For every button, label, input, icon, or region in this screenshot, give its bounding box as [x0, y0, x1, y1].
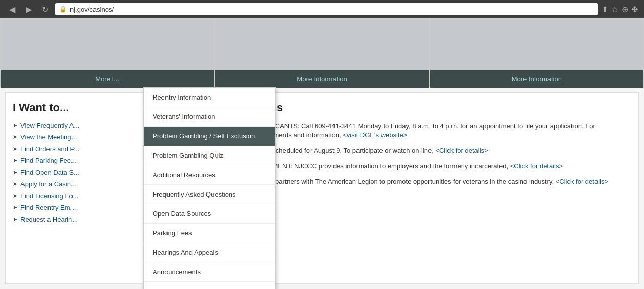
left-panel-title: I Want to...	[13, 101, 140, 114]
topic-public-meeting-link[interactable]: <Click for details>	[435, 147, 488, 154]
dropdown-reentry-information[interactable]: Reentry Information	[144, 88, 275, 107]
card-3: More Information	[430, 18, 644, 87]
dropdown-parking-fees[interactable]: Parking Fees	[144, 224, 275, 243]
arrow-icon: ➤	[13, 122, 17, 129]
cards-row: More I... More Information More Informat…	[0, 18, 644, 87]
lock-icon: 🔒	[59, 6, 67, 13]
card-3-bar[interactable]: More Information	[430, 70, 643, 88]
back-button[interactable]: ◀	[6, 5, 18, 14]
arrow-icon: ➤	[13, 216, 17, 223]
link-request-hearing[interactable]: ➤ Request a Hearin...	[13, 215, 140, 223]
url-text: nj.gov/casinos/	[70, 6, 114, 13]
forward-button[interactable]: ▶	[22, 5, 35, 14]
dropdown-hearings-appeals[interactable]: Hearings And Appeals	[144, 243, 275, 262]
dropdown-2023[interactable]: 2023	[144, 282, 275, 289]
card-2-bar[interactable]: More Information	[215, 70, 428, 88]
link-parking-fees[interactable]: ➤ Find Parking Fee...	[13, 157, 140, 164]
card-3-image	[430, 19, 643, 70]
main-area: I Want to... ➤ View Frequently A... ➤ Vi…	[0, 87, 644, 289]
arrow-icon: ➤	[13, 204, 17, 211]
extension-icon[interactable]: ✤	[631, 5, 638, 14]
link-open-data[interactable]: ➤ Find Open Data S...	[13, 168, 140, 176]
arrow-icon: ➤	[13, 169, 17, 176]
topic-veterans-link[interactable]: <Click for details>	[556, 178, 608, 185]
card-1-image	[1, 19, 214, 70]
link-frequently-asked[interactable]: ➤ View Frequently A...	[13, 122, 140, 129]
link-licensing[interactable]: ➤ Find Licensing Fo...	[13, 192, 140, 200]
profile-icon[interactable]: ⊕	[622, 5, 628, 14]
link-apply-casino[interactable]: ➤ Apply for a Casin...	[13, 180, 140, 188]
topic-reentry-link[interactable]: <Click for details>	[510, 162, 563, 170]
arrow-icon: ➤	[13, 134, 17, 140]
dropdown-problem-gambling-quiz[interactable]: Problem Gambling Quiz	[144, 146, 275, 165]
dropdown-menu: Reentry Information Veterans' Informatio…	[143, 87, 276, 289]
browser-actions: ⬆ ☆ ⊕ ✤	[602, 5, 638, 14]
arrow-icon: ➤	[13, 157, 17, 164]
card-1: More I...	[0, 18, 214, 87]
address-bar[interactable]: 🔒 nj.gov/casinos/	[55, 3, 598, 15]
card-2-image	[215, 19, 428, 70]
left-panel: I Want to... ➤ View Frequently A... ➤ Vi…	[5, 92, 148, 284]
arrow-icon: ➤	[13, 192, 17, 199]
link-reentry[interactable]: ➤ Find Reentry Em...	[13, 204, 140, 211]
dropdown-faq[interactable]: Frequently Asked Questions	[144, 185, 275, 204]
card-2: More Information	[214, 18, 429, 87]
link-view-meeting[interactable]: ➤ View the Meeting...	[13, 133, 140, 141]
card-1-bar[interactable]: More I...	[1, 70, 214, 88]
reload-button[interactable]: ↻	[39, 5, 51, 14]
dropdown-problem-gambling[interactable]: Problem Gambling / Self Exclusion	[144, 127, 275, 146]
dropdown-additional-resources[interactable]: Additional Resources	[144, 165, 275, 185]
topic-key-license-link[interactable]: <visit DGE's website>	[343, 131, 407, 139]
browser-toolbar: ◀ ▶ ↻ 🔒 nj.gov/casinos/ ⬆ ☆ ⊕ ✤	[0, 0, 644, 18]
star-icon[interactable]: ☆	[611, 5, 618, 14]
arrow-icon: ➤	[13, 146, 17, 152]
dropdown-announcements[interactable]: Announcements	[144, 262, 275, 282]
dropdown-open-data-sources[interactable]: Open Data Sources	[144, 204, 275, 224]
share-icon[interactable]: ⬆	[602, 5, 608, 14]
page-content: More I... More Information More Informat…	[0, 18, 644, 289]
link-find-orders[interactable]: ➤ Find Orders and P...	[13, 145, 140, 153]
dropdown-veterans-information[interactable]: Veterans' Information	[144, 107, 275, 127]
arrow-icon: ➤	[13, 181, 17, 187]
